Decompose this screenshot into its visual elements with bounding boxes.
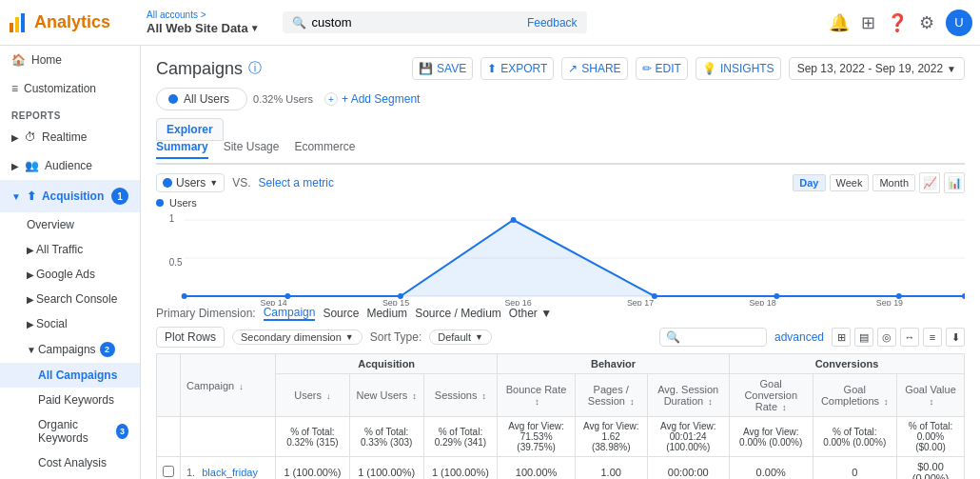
sidebar-item-organic-keywords[interactable]: Organic Keywords 3 [0, 412, 140, 450]
th-goal-conv-rate[interactable]: Goal Conversion Rate ↕ [729, 374, 813, 417]
property-selector[interactable]: All Web Site Data ▼ [147, 21, 260, 37]
row-checkbox-1[interactable] [163, 466, 174, 477]
insights-button[interactable]: 💡 INSIGHTS [696, 57, 781, 80]
sidebar-paid-keywords-label: Paid Keywords [38, 393, 114, 407]
table-pie-icon[interactable]: ◎ [877, 328, 896, 347]
th-sessions[interactable]: Sessions ↕ [423, 374, 498, 417]
home-icon: 🏠 [11, 53, 26, 67]
chevron-right-icon-sc: ▶ [27, 294, 34, 305]
campaign-link-1[interactable]: black_friday [202, 467, 258, 478]
table-search-box[interactable]: 🔍 [659, 328, 767, 347]
sidebar-item-behavior[interactable]: ▶ ↗ Behavior [0, 475, 140, 479]
property-dropdown-icon[interactable]: ▼ [250, 22, 260, 34]
sidebar-item-acquisition[interactable]: ▼ ⬆ Acquisition 1 [0, 180, 140, 212]
dim-other[interactable]: Other ▼ [509, 307, 552, 320]
acquisition-badge: 1 [111, 188, 128, 205]
save-button[interactable]: 💾 SAVE [412, 57, 473, 80]
date-range-selector[interactable]: Sep 13, 2022 - Sep 19, 2022 ▼ [789, 57, 965, 80]
sidebar-item-paid-keywords[interactable]: Paid Keywords [0, 388, 140, 412]
table-download-icon[interactable]: ⬇ [946, 328, 965, 347]
account-label[interactable]: All accounts > [147, 9, 260, 21]
sidebar-item-campaigns[interactable]: ▼ Campaigns 2 [0, 336, 140, 363]
feedback-link[interactable]: Feedback [527, 16, 578, 30]
th-pages-session[interactable]: Pages / Session ↕ [575, 374, 647, 417]
metric-selector[interactable]: Users ▼ [156, 173, 225, 192]
add-segment-icon: + [324, 92, 338, 106]
info-icon[interactable]: ⓘ [248, 60, 262, 77]
account-breadcrumb: All accounts > All Web Site Data ▼ [147, 9, 260, 37]
table-compare-icon[interactable]: ≡ [923, 328, 942, 347]
notifications-icon[interactable]: 🔔 [829, 12, 850, 33]
vs-text: VS. [232, 176, 250, 190]
chevron-right-icon: ▶ [11, 132, 19, 143]
date-range-text: Sep 13, 2022 - Sep 19, 2022 [797, 62, 943, 75]
bar-chart-btn[interactable]: 📊 [944, 172, 965, 193]
sidebar-item-cost-analysis[interactable]: Cost Analysis [0, 450, 140, 475]
search-box[interactable]: 🔍 Feedback [283, 11, 587, 33]
sidebar-item-audience[interactable]: ▶ 👥 Audience [0, 151, 140, 180]
explorer-tab[interactable]: Explorer [156, 118, 224, 141]
table-bar-icon[interactable]: ▤ [854, 328, 873, 347]
plot-rows-button[interactable]: Plot Rows [156, 327, 225, 348]
secondary-dimension-selector[interactable]: Secondary dimension ▼ [232, 329, 363, 345]
export-button[interactable]: ⬆ EXPORT [480, 57, 554, 80]
week-button[interactable]: Week [830, 174, 870, 191]
sidebar-item-search-console[interactable]: ▶ Search Console [0, 287, 140, 311]
insights-label: INSIGHTS [720, 62, 774, 75]
sidebar-item-all-campaigns[interactable]: All Campaigns [0, 363, 140, 388]
month-button[interactable]: Month [872, 174, 915, 191]
apps-icon[interactable]: ⊞ [861, 12, 875, 33]
edit-label: EDIT [656, 62, 681, 75]
th-users[interactable]: Users ↓ [276, 374, 350, 417]
sidebar-item-google-ads[interactable]: ▶ Google Ads [0, 262, 140, 287]
advanced-link[interactable]: advanced [774, 330, 824, 344]
th-avg-session[interactable]: Avg. Session Duration ↕ [647, 374, 729, 417]
search-input[interactable] [312, 15, 518, 30]
edit-button[interactable]: ✏ EDIT [636, 57, 688, 80]
all-users-segment[interactable]: All Users [156, 88, 247, 110]
secondary-dim-icon: ▼ [345, 332, 354, 342]
sidebar-item-social[interactable]: ▶ Social [0, 311, 140, 336]
sub-tab-ecommerce[interactable]: Ecommerce [294, 140, 355, 159]
th-campaign[interactable]: Campaign ↓ [181, 354, 276, 417]
day-button[interactable]: Day [793, 174, 825, 191]
select-metric-link[interactable]: Select a metric [259, 176, 334, 190]
td-pages-1: 1.00 [575, 457, 647, 480]
sort-type-selector[interactable]: Default ▼ [429, 329, 492, 345]
sub-tab-summary[interactable]: Summary [156, 140, 208, 159]
sidebar-item-overview[interactable]: Overview [0, 212, 140, 237]
app-logo[interactable]: Analytics [8, 11, 131, 34]
user-avatar[interactable]: U [946, 10, 972, 36]
dim-medium[interactable]: Medium [366, 307, 407, 320]
sidebar-item-realtime[interactable]: ▶ ⏱ Realtime [0, 123, 140, 151]
sidebar-item-customization[interactable]: ≡ Customization [0, 74, 140, 103]
dim-source-medium[interactable]: Source / Medium [415, 307, 501, 320]
organic-badge: 3 [116, 424, 128, 439]
line-chart-btn[interactable]: 📈 [919, 172, 940, 193]
td-avg-sub: Avg for View: 00:01:24 (100.00%) [647, 417, 729, 457]
sidebar-item-home[interactable]: 🏠 Home [0, 46, 140, 74]
th-goal-completions[interactable]: Goal Completions ↕ [813, 374, 896, 417]
td-checkbox-1[interactable] [157, 457, 181, 480]
audience-icon: 👥 [25, 159, 39, 172]
add-segment-button[interactable]: + + Add Segment [324, 92, 420, 106]
table-grid-icon[interactable]: ⊞ [832, 328, 851, 347]
export-label: EXPORT [500, 62, 547, 75]
dim-source[interactable]: Source [323, 307, 359, 320]
table-pivot-icon[interactable]: ↔ [900, 328, 919, 347]
table-row: 1. black_friday 1 (100.00%) 1 (100.00%) … [157, 457, 965, 480]
th-goal-value[interactable]: Goal Value ↕ [896, 374, 964, 417]
th-new-users[interactable]: New Users ↕ [349, 374, 423, 417]
sub-tab-site-usage[interactable]: Site Usage [224, 140, 280, 159]
help-icon[interactable]: ❓ [887, 12, 908, 33]
share-label: SHARE [581, 62, 620, 75]
sidebar-item-all-traffic[interactable]: ▶ All Traffic [0, 237, 140, 262]
chevron-right-icon-social: ▶ [27, 319, 34, 329]
td-new-users-sub: % of Total: 0.33% (303) [349, 417, 423, 457]
td-avg-1: 00:00:00 [647, 457, 729, 480]
account-icon[interactable]: ⚙ [919, 12, 934, 33]
th-bounce-rate[interactable]: Bounce Rate ↕ [498, 374, 576, 417]
dim-campaign[interactable]: Campaign [264, 306, 316, 321]
table-search-input[interactable] [684, 330, 760, 344]
share-button[interactable]: ↗ SHARE [561, 57, 627, 80]
